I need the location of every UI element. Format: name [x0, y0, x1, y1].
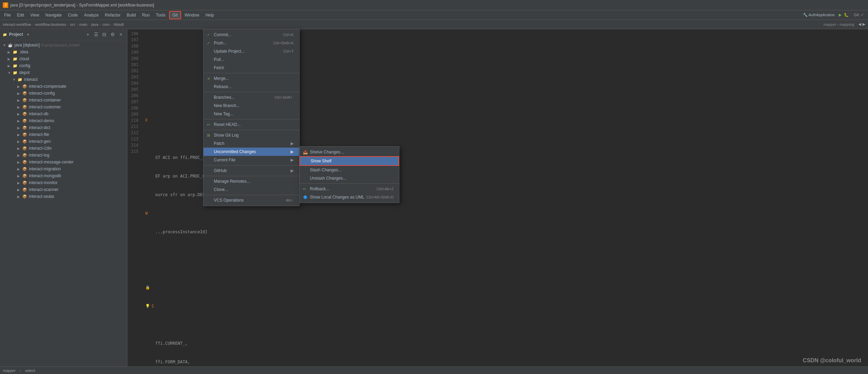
git-pull[interactable]: Pull...: [203, 55, 299, 64]
shelve-changes[interactable]: 📥 Shelve Changes...: [300, 148, 399, 156]
main-layout: 📁 Project ▼ + ☰ ⊟ ⚙ × ▼ ☕ java [dqbasic]…: [0, 29, 868, 374]
breadcrumb-item-4[interactable]: main: [79, 22, 87, 26]
tree-depot[interactable]: ▼ 📁 depot: [0, 69, 127, 76]
tree-interact-compensate[interactable]: ▶ 📦 interact-compensate: [0, 83, 127, 90]
git-branches[interactable]: Branches... Ctrl+Shift+`: [203, 93, 299, 101]
menu-edit[interactable]: Edit: [14, 12, 27, 19]
line-numbers: 196 197 198 199 200 201 202 203 204 205 …: [127, 31, 141, 374]
breadcrumb-item-3[interactable]: src: [70, 22, 75, 26]
git-vcs-operations[interactable]: VCS Operations Alt+`: [203, 196, 299, 204]
sidebar-toolbar: + ☰ ⊟ ⚙ ×: [84, 31, 124, 38]
root-icon: ☕: [8, 42, 13, 48]
tree-interact-seata[interactable]: ▶ 📦 interact-seata: [0, 193, 127, 200]
tree-interact[interactable]: ▼ 📁 interact: [0, 76, 127, 83]
sep-2: [203, 92, 299, 92]
gutter-icon-2: 💡: [145, 303, 150, 309]
breadcrumb-nav-left[interactable]: ◀: [858, 22, 861, 26]
sep-6: [203, 176, 299, 176]
tree-interact-config[interactable]: ▶ 📦 interact-config: [0, 90, 127, 97]
git-fetch[interactable]: Fetch: [203, 64, 299, 72]
menu-file[interactable]: File: [1, 12, 13, 19]
rollback[interactable]: ↩ Rollback... Ctrl+Alt+Z: [300, 185, 399, 193]
current-file-arrow: ▶: [291, 158, 294, 162]
tree-interact-file[interactable]: ▶ 📦 interact-file: [0, 131, 127, 138]
menu-tools[interactable]: Tools: [153, 12, 168, 19]
breadcrumb-item-2[interactable]: workflow-business: [35, 22, 66, 26]
breadcrumb-nav-right[interactable]: ▶: [862, 22, 865, 26]
patch-arrow: ▶: [291, 141, 294, 146]
tree-root[interactable]: ▼ ☕ java [dqbasic] D:\project\project_te…: [0, 42, 127, 49]
tree-config[interactable]: ▶ 📁 config: [0, 62, 127, 69]
git-patch[interactable]: Patch ▶: [203, 139, 299, 148]
app-icon: J: [3, 2, 8, 8]
tree-cloud[interactable]: ▶ 📁 cloud: [0, 55, 127, 62]
git-rebase[interactable]: Rebase...: [203, 83, 299, 91]
git-commit[interactable]: ✓ Commit... Ctrl+K: [203, 31, 299, 39]
tree-interact-scanner[interactable]: ▶ 📦 interact-scanner: [0, 186, 127, 193]
git-update[interactable]: Update Project... Ctrl+T: [203, 47, 299, 55]
git-clone[interactable]: Clone...: [203, 185, 299, 194]
sidebar-collapse-btn[interactable]: ⊟: [101, 31, 108, 38]
sep-4: [203, 130, 299, 130]
git-reset-head[interactable]: ↩ Reset HEAD...: [203, 120, 299, 129]
tree-interact-container[interactable]: ▶ 📦 interact-container: [0, 97, 127, 104]
project-icon: 📁: [3, 33, 7, 36]
sep-3: [203, 119, 299, 119]
tree-interact-db[interactable]: ▶ 📦 interact-db: [0, 110, 127, 117]
tree-idea[interactable]: ▶ 📁 .idea: [0, 49, 127, 55]
show-local-changes-uml[interactable]: 🔷 Show Local Changes as UML Ctrl+Alt+Shi…: [300, 193, 399, 201]
git-manage-remotes[interactable]: Manage Remotes...: [203, 177, 299, 185]
menu-navigate[interactable]: Navigate: [43, 12, 64, 19]
status-bar: mapper › select: [0, 366, 868, 374]
menu-window[interactable]: Window: [182, 12, 202, 19]
menu-git[interactable]: Git: [169, 11, 181, 19]
debug-btn[interactable]: 🐛: [844, 13, 849, 17]
tree-interact-customer[interactable]: ▶ 📦 interact-customer: [0, 104, 127, 110]
git-uncommitted-changes[interactable]: Uncommitted Changes ▶ 📥 Shelve Changes..…: [203, 148, 299, 156]
sidebar-layout-btn[interactable]: ☰: [93, 31, 100, 38]
tree-interact-message-center[interactable]: ▶ 📦 interact-message-center: [0, 159, 127, 165]
breadcrumb-item-5[interactable]: java: [92, 22, 98, 26]
stash-changes[interactable]: Stash Changes...: [300, 166, 399, 174]
tree-interact-mongodb[interactable]: ▶ 📦 interact-mongodb: [0, 172, 127, 179]
breadcrumb-item-6[interactable]: com: [102, 22, 109, 26]
sidebar-settings-btn[interactable]: ⚙: [109, 31, 116, 38]
tree-interact-i18n[interactable]: ▶ 📦 interact-i18n: [0, 145, 127, 152]
menu-help[interactable]: Help: [203, 12, 217, 19]
submenu-sep: [300, 183, 399, 184]
run-btn[interactable]: ▶: [839, 13, 841, 17]
git-github[interactable]: GitHub ▶: [203, 167, 299, 175]
git-push[interactable]: ✓ Push... Ctrl+Shift+K: [203, 39, 299, 47]
sidebar-add-btn[interactable]: +: [84, 31, 91, 38]
menu-run[interactable]: Run: [139, 12, 153, 19]
git-current-file[interactable]: Current File ▶: [203, 156, 299, 164]
menu-code[interactable]: Code: [65, 12, 81, 19]
tree-interact-demo[interactable]: ▶ 📦 interact-demo: [0, 117, 127, 124]
git-new-branch[interactable]: New Branch...: [203, 101, 299, 110]
git-status: Git: ✓: [854, 13, 864, 17]
breadcrumb-item-1[interactable]: interact-workflow: [3, 22, 31, 26]
tree-interact-migration[interactable]: ▶ 📦 interact-migration: [0, 165, 127, 172]
github-arrow: ▶: [291, 168, 294, 173]
menu-build[interactable]: Build: [124, 12, 139, 19]
status-sep: ›: [20, 368, 21, 373]
show-shelf[interactable]: Show Shelf: [300, 156, 399, 166]
menu-refactor[interactable]: Refactor: [102, 12, 123, 19]
git-merge[interactable]: ⤨ Merge...: [203, 74, 299, 83]
tree-interact-log[interactable]: ▶ 📦 interact-log: [0, 152, 127, 159]
sidebar-header: 📁 Project ▼ + ☰ ⊟ ⚙ ×: [0, 29, 127, 40]
tree-interact-gen[interactable]: ▶ 📦 interact-gen: [0, 138, 127, 145]
sidebar-close-btn[interactable]: ×: [117, 31, 124, 38]
menu-view[interactable]: View: [28, 12, 42, 19]
watermark: CSDN @coloful_world: [803, 357, 861, 364]
uncommitted-submenu-content: 📥 Shelve Changes... Show Shelf Stash Cha…: [299, 146, 399, 203]
menu-analyze[interactable]: Analyze: [81, 12, 102, 19]
git-new-tag[interactable]: New Tag...: [203, 110, 299, 118]
sep-1: [203, 73, 299, 73]
tree-interact-monitor[interactable]: ▶ 📦 interact-monitor: [0, 179, 127, 186]
tree-interact-dict[interactable]: ▶ 📦 interact-dict: [0, 124, 127, 131]
unstash-changes[interactable]: Unstash Changes...: [300, 174, 399, 182]
git-show-log[interactable]: ⊞ Show Git Log: [203, 131, 299, 139]
sidebar: 📁 Project ▼ + ☰ ⊟ ⚙ × ▼ ☕ java [dqbasic]…: [0, 29, 127, 374]
breadcrumb-item-7[interactable]: hbisdt: [114, 22, 124, 26]
